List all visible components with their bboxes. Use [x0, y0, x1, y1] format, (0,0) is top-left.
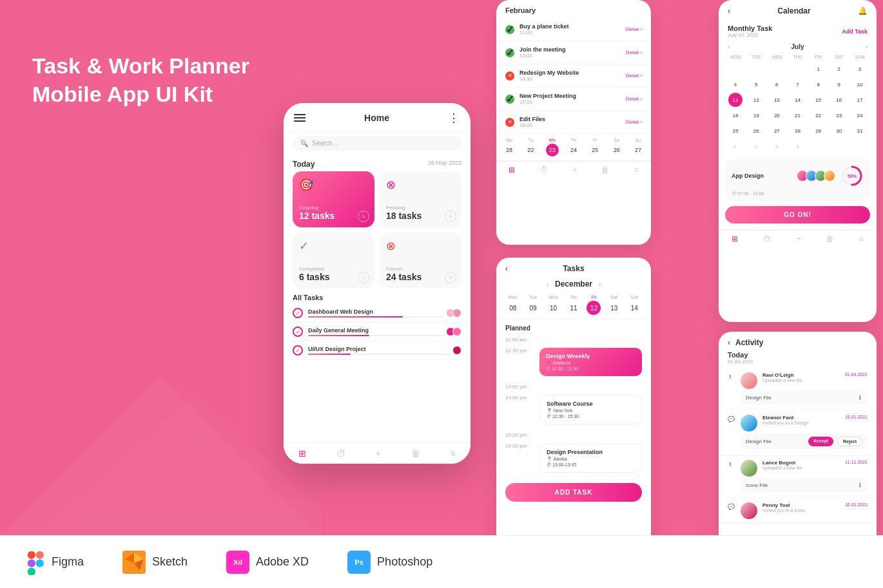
hamburger-icon[interactable] — [294, 112, 306, 124]
cal-day[interactable]: 10 — [853, 77, 867, 91]
event-time: ⏱ 12:30 - 15:30 — [547, 414, 635, 419]
back-icon[interactable]: ‹ — [505, 264, 508, 273]
nav-clock-icon[interactable]: ⏱ — [763, 234, 771, 243]
go-on-button[interactable]: GO ON! — [725, 206, 870, 223]
phone-bottom-nav: ⊞ ⏱ + 🗑 ≡ — [284, 442, 471, 464]
activity-back-icon[interactable]: ‹ — [728, 338, 730, 347]
cal-day[interactable]: 7 — [790, 77, 804, 91]
week-day-num[interactable]: 08 — [506, 301, 520, 315]
cal-day[interactable]: 23 — [832, 108, 846, 122]
task-detail-link[interactable]: Detail › — [626, 73, 642, 79]
cal-day[interactable] — [728, 62, 742, 76]
cal-next-arrow[interactable]: › — [866, 43, 868, 50]
task-detail-link[interactable]: Detail › — [626, 119, 642, 125]
task-detail-link[interactable]: Detail › — [626, 96, 642, 102]
cal-day[interactable] — [790, 62, 804, 76]
cal-day[interactable]: 12 — [749, 93, 763, 107]
nav-trash-icon[interactable]: 🗑 — [826, 234, 834, 243]
week-day-num[interactable]: 14 — [627, 301, 641, 315]
cal-day[interactable]: 13 — [770, 93, 784, 107]
cal-day[interactable] — [749, 62, 763, 76]
ongoing-card[interactable]: 🎯 Ongoing 12 tasks › — [293, 171, 374, 227]
next-month-icon[interactable]: › — [599, 281, 601, 288]
nav-menu-icon[interactable]: ≡ — [859, 234, 864, 243]
cal-day[interactable]: 18 — [728, 108, 742, 122]
cal-day-other[interactable]: 4 — [790, 139, 804, 153]
cal-day[interactable]: 9 — [832, 77, 846, 91]
cancelled-card[interactable]: ⊗ Cancel 24 tasks + — [380, 232, 461, 289]
cal-day[interactable]: 28 — [790, 124, 804, 138]
cal-day[interactable]: 25 — [728, 124, 742, 138]
figma-label: Figma — [52, 555, 84, 569]
cal-day[interactable]: 26 — [749, 124, 763, 138]
cal-day[interactable]: 30 — [832, 124, 846, 138]
cal-day[interactable]: 20 — [770, 108, 784, 122]
nav-menu-icon[interactable]: ≡ — [450, 448, 455, 459]
cal-day[interactable]: 21 — [790, 108, 804, 122]
event-card-design-weekly[interactable]: Design Weeekly 📍 Alabama ⏱ 12:30 - 15:30 — [539, 348, 642, 376]
cal-day-other[interactable]: 3 — [770, 139, 784, 153]
cal-day[interactable]: 8 — [811, 77, 826, 91]
cal-day[interactable]: 4 — [728, 77, 742, 91]
cal-day-other[interactable]: 1 — [728, 139, 742, 153]
week-day-num[interactable]: 13 — [607, 301, 621, 315]
pending-card[interactable]: ⊗ Pending 18 tasks + — [380, 171, 461, 227]
week-day-num[interactable]: 11 — [567, 301, 581, 315]
nav-add-icon[interactable]: + — [796, 234, 801, 243]
week-day-num[interactable]: 09 — [526, 301, 540, 315]
cal-day[interactable]: 2 — [832, 62, 846, 76]
event-card-design-presentation[interactable]: Design Presentation 📍 Alaska ⏱ 13:00-13:… — [539, 443, 642, 473]
cal-day[interactable]: 22 — [811, 108, 826, 122]
mini-day-name[interactable]: We — [548, 138, 555, 142]
reject-button[interactable]: Reject — [837, 437, 862, 446]
download-icon[interactable]: ⬇ — [857, 482, 862, 489]
nav-trash-icon[interactable]: 🗑 — [411, 448, 420, 459]
cal-day[interactable]: 15 — [811, 93, 826, 107]
cal-day[interactable]: 6 — [770, 77, 784, 91]
accept-button[interactable]: Accept — [808, 437, 833, 446]
cal-day[interactable]: 16 — [832, 93, 846, 107]
event-location: 📍 Alabama — [546, 361, 636, 366]
week-day-num[interactable]: 10 — [547, 301, 561, 315]
nav-grid-icon[interactable]: ⊞ — [732, 234, 738, 243]
nav-add-icon[interactable]: + — [572, 166, 577, 175]
cal-day[interactable]: 17 — [853, 93, 867, 107]
cal-prev-arrow[interactable]: ‹ — [728, 43, 730, 50]
event-card-software-course[interactable]: Software Course 📍 New York ⏱ 12:30 - 15:… — [539, 395, 642, 424]
search-bar[interactable]: 🔍 Search... — [293, 136, 461, 151]
nav-grid-icon[interactable]: ⊞ — [509, 166, 515, 175]
week-day: Wed 10 — [547, 295, 561, 315]
task-detail-link[interactable]: Detail › — [626, 50, 642, 55]
cal-day-other[interactable]: 2 — [749, 139, 763, 153]
cal-day[interactable]: 27 — [770, 124, 784, 138]
download-icon[interactable]: ⬇ — [857, 394, 862, 401]
completed-card[interactable]: ✓ Completed 6 tasks › — [293, 232, 374, 289]
task-item-time: 14:30 — [519, 76, 579, 82]
prev-month-icon[interactable]: ‹ — [547, 281, 548, 288]
cal-day[interactable]: 5 — [749, 77, 763, 91]
week-day-num-active[interactable]: 12 — [587, 301, 601, 315]
cal-day[interactable]: 14 — [790, 93, 804, 107]
cal-day[interactable]: 31 — [853, 124, 867, 138]
task-progress-fill — [308, 316, 403, 318]
cal-back-icon[interactable]: ‹ — [728, 6, 730, 15]
nav-clock-icon[interactable]: ⏱ — [336, 448, 345, 459]
cal-day[interactable]: 19 — [749, 108, 763, 122]
cal-bell-icon[interactable]: 🔔 — [858, 6, 868, 15]
cal-day[interactable]: 24 — [853, 108, 867, 122]
nav-trash-icon[interactable]: 🗑 — [601, 166, 609, 175]
cal-day-today[interactable]: 11 — [728, 93, 742, 107]
nav-menu-icon[interactable]: ≡ — [634, 166, 639, 175]
nav-clock-icon[interactable]: ⏱ — [540, 166, 548, 175]
nav-add-icon[interactable]: + — [376, 448, 381, 459]
task-detail-link[interactable]: Detail › — [626, 26, 642, 32]
cal-day[interactable]: 3 — [853, 62, 867, 76]
mini-day-num-active[interactable]: 23 — [546, 144, 559, 156]
nav-home-icon[interactable]: ⊞ — [298, 448, 306, 459]
cal-day[interactable]: 29 — [811, 124, 826, 138]
cal-day[interactable]: 1 — [811, 62, 826, 76]
add-task-label[interactable]: Add Task — [842, 28, 868, 35]
cal-day[interactable] — [770, 62, 784, 76]
add-task-button[interactable]: ADD TASK — [505, 483, 642, 502]
more-options-icon[interactable]: ⋮ — [448, 111, 460, 125]
